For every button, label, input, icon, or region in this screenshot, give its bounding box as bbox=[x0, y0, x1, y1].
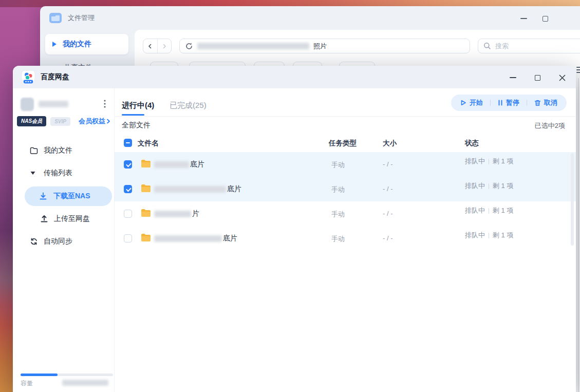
sidebar-label: 下载至NAS bbox=[53, 192, 90, 201]
capacity-label: 容量 bbox=[21, 379, 33, 388]
sidebar-label: 我的文件 bbox=[44, 146, 72, 155]
download-icon bbox=[39, 192, 47, 200]
file-name: 底片 bbox=[154, 184, 241, 194]
redacted-name bbox=[154, 161, 189, 168]
table-row[interactable]: 底片 手动 - / - 排队中剩 1 项 bbox=[115, 177, 576, 201]
address-path-suffix: 照片 bbox=[313, 42, 327, 51]
chevron-right-icon bbox=[106, 119, 110, 124]
capacity-bar-fill bbox=[21, 374, 58, 376]
file-name: 片 bbox=[154, 209, 199, 218]
back-button[interactable] bbox=[143, 39, 157, 53]
start-label: 开始 bbox=[470, 98, 483, 107]
sidebar-item-download-to-nas[interactable]: 下载至NAS bbox=[25, 186, 112, 206]
svip-badge: SVIP bbox=[50, 117, 70, 126]
table-row[interactable]: 底片 手动 - / - 排队中剩 1 项 bbox=[115, 226, 576, 251]
redacted-name bbox=[154, 211, 191, 217]
avatar[interactable] bbox=[21, 98, 34, 111]
task-size: - / - bbox=[383, 185, 393, 193]
baidu-netdisk-window: 百度网盘 NAS会员 SVIP 会员权益 bbox=[13, 66, 576, 392]
pause-label: 暂停 bbox=[506, 98, 519, 107]
task-type: 手动 bbox=[331, 234, 345, 244]
sidebar-item-upload-to-cloud[interactable]: 上传至网盘 bbox=[13, 213, 115, 225]
forward-button[interactable] bbox=[157, 39, 172, 53]
row-checkbox[interactable] bbox=[124, 185, 132, 193]
nas-member-badge: NAS会员 bbox=[17, 116, 46, 126]
task-status: 排队中剩 1 项 bbox=[465, 206, 568, 215]
redacted-capacity-value bbox=[62, 380, 108, 386]
start-button[interactable]: 开始 bbox=[460, 98, 483, 107]
netdisk-close-button[interactable] bbox=[557, 73, 567, 82]
task-type: 手动 bbox=[331, 160, 345, 170]
file-manager-app-icon bbox=[49, 13, 62, 23]
address-bar[interactable]: 照片 bbox=[179, 39, 470, 53]
actions-divider bbox=[490, 100, 491, 106]
task-status: 排队中剩 1 项 bbox=[465, 231, 568, 240]
sidebar-item-auto-sync[interactable]: 自动同步 bbox=[13, 235, 115, 248]
sync-icon bbox=[30, 237, 38, 246]
member-benefits-label: 会员权益 bbox=[79, 117, 105, 126]
column-header-size[interactable]: 大小 bbox=[383, 139, 397, 148]
fm-minimize-button[interactable] bbox=[517, 13, 530, 24]
trash-icon bbox=[534, 100, 541, 106]
search-input[interactable]: 搜索 bbox=[478, 39, 580, 53]
table-row[interactable]: 底片 手动 - / - 排队中剩 1 项 bbox=[115, 152, 576, 177]
selection-count: 已选中2项 bbox=[535, 121, 565, 130]
redacted-path-text bbox=[197, 43, 309, 49]
row-checkbox[interactable] bbox=[124, 210, 132, 218]
cancel-label: 取消 bbox=[544, 98, 557, 107]
file-name: 底片 bbox=[154, 234, 237, 243]
sidebar-label: 上传至网盘 bbox=[54, 214, 90, 223]
cancel-button[interactable]: 取消 bbox=[534, 98, 557, 107]
task-status: 排队中剩 1 项 bbox=[465, 157, 568, 166]
folder-icon bbox=[141, 209, 151, 217]
column-header-name[interactable]: 文件名 bbox=[138, 139, 159, 148]
task-size: - / - bbox=[383, 160, 393, 168]
list-lines-icon bbox=[576, 67, 580, 73]
scrollbar-thumb[interactable] bbox=[571, 153, 574, 246]
netdisk-titlebar[interactable]: 百度网盘 bbox=[13, 66, 576, 88]
fm-nav-buttons bbox=[143, 39, 172, 53]
sidebar-item-transfer-list[interactable]: 传输列表 bbox=[13, 167, 115, 179]
row-checkbox[interactable] bbox=[124, 234, 132, 242]
fm-right-divider bbox=[578, 78, 579, 392]
netdisk-minimize-button[interactable] bbox=[508, 73, 517, 82]
file-manager-titlebar[interactable]: 文件管理 bbox=[40, 6, 580, 30]
folder-icon bbox=[141, 233, 151, 242]
file-manager-title: 文件管理 bbox=[68, 13, 95, 23]
pause-icon bbox=[498, 100, 503, 106]
fm-sidebar-item-my-files[interactable]: 我的文件 bbox=[45, 34, 128, 54]
file-name: 底片 bbox=[154, 160, 204, 169]
member-benefits-link[interactable]: 会员权益 bbox=[79, 117, 110, 126]
netdisk-maximize-button[interactable] bbox=[533, 73, 542, 82]
netdisk-window-title: 百度网盘 bbox=[41, 72, 69, 82]
more-menu-icon[interactable] bbox=[104, 100, 106, 108]
folder-outline-icon bbox=[30, 147, 38, 154]
column-header-status[interactable]: 状态 bbox=[465, 139, 479, 148]
sidebar-item-my-files[interactable]: 我的文件 bbox=[13, 144, 115, 157]
refresh-icon[interactable] bbox=[185, 42, 193, 50]
tab-in-progress[interactable]: 进行中(4) bbox=[122, 101, 154, 110]
table-row[interactable]: 片 手动 - / - 排队中剩 1 项 bbox=[115, 201, 576, 226]
task-status: 排队中剩 1 项 bbox=[465, 181, 568, 191]
task-type: 手动 bbox=[331, 210, 345, 219]
task-size: - / - bbox=[383, 234, 393, 242]
all-files-label[interactable]: 全部文件 bbox=[122, 121, 151, 130]
fm-maximize-button[interactable] bbox=[538, 13, 552, 24]
upload-icon bbox=[40, 215, 48, 223]
select-all-checkbox[interactable] bbox=[124, 139, 132, 147]
name-suffix: 底片 bbox=[190, 160, 204, 169]
tab-completed[interactable]: 已完成(25) bbox=[170, 101, 207, 110]
transfer-content: 进行中(4) 已完成(25) 开始 暂停 bbox=[115, 88, 576, 392]
folder-icon bbox=[141, 159, 151, 168]
chevron-left-icon bbox=[147, 44, 153, 49]
actions-divider bbox=[527, 100, 527, 106]
chevron-right-icon bbox=[162, 44, 167, 49]
redacted-name bbox=[154, 186, 226, 193]
play-icon bbox=[460, 100, 466, 106]
active-tab-underline bbox=[122, 114, 144, 116]
pause-button[interactable]: 暂停 bbox=[498, 98, 519, 107]
column-header-type[interactable]: 任务类型 bbox=[329, 139, 357, 148]
baidu-netdisk-logo bbox=[21, 70, 35, 84]
row-checkbox[interactable] bbox=[124, 160, 132, 169]
name-suffix: 底片 bbox=[223, 234, 237, 243]
